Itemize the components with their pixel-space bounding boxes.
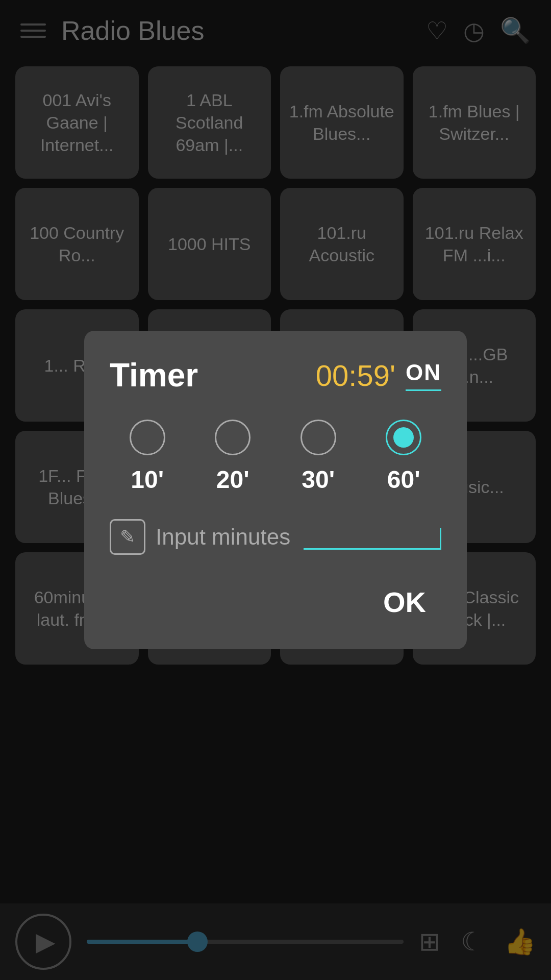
timer-dialog: Timer 00:59' ON 10' 20' 30' 60' <box>84 331 467 649</box>
timer-option-10[interactable]: 10' <box>110 420 185 494</box>
dialog-overlay: Timer 00:59' ON 10' 20' 30' 60' <box>0 0 551 980</box>
radio-label-30: 30' <box>302 465 335 494</box>
timer-option-30[interactable]: 30' <box>281 420 356 494</box>
radio-circle-10[interactable] <box>130 420 165 455</box>
radio-circle-20[interactable] <box>215 420 251 455</box>
dialog-header-right: 00:59' ON <box>316 358 441 393</box>
timer-display: 00:59' <box>316 358 395 393</box>
input-placeholder: Input minutes <box>156 524 293 550</box>
radio-label-10: 10' <box>131 465 164 494</box>
dialog-header: Timer 00:59' ON <box>110 356 441 394</box>
input-row: ✎ Input minutes <box>110 519 441 555</box>
ok-button[interactable]: OK <box>368 580 441 624</box>
timer-option-60[interactable]: 60' <box>366 420 442 494</box>
timer-options: 10' 20' 30' 60' <box>110 420 441 494</box>
radio-label-60: 60' <box>387 465 420 494</box>
edit-icon: ✎ <box>110 519 145 555</box>
radio-label-20: 20' <box>216 465 249 494</box>
radio-circle-60[interactable] <box>386 420 421 455</box>
timer-option-20[interactable]: 20' <box>195 420 271 494</box>
dialog-title: Timer <box>110 356 198 394</box>
text-cursor <box>440 528 441 548</box>
radio-circle-30[interactable] <box>300 420 336 455</box>
ok-row: OK <box>110 580 441 624</box>
minutes-input[interactable] <box>304 524 441 550</box>
on-button[interactable]: ON <box>406 360 441 391</box>
